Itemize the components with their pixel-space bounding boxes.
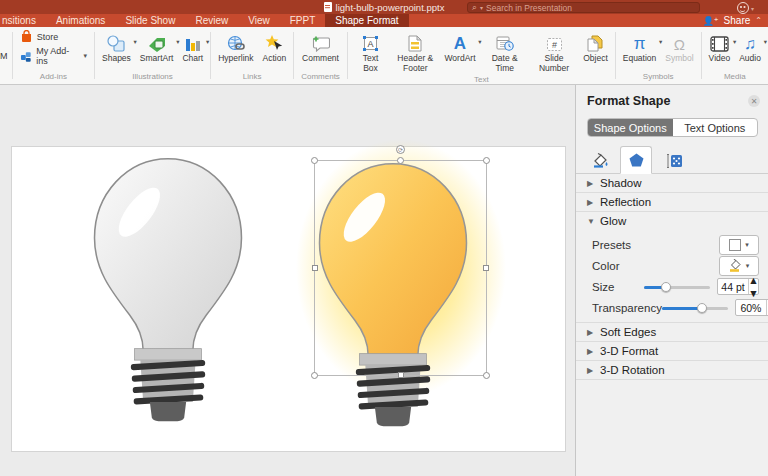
transparency-label: Transparency <box>592 302 662 314</box>
collapse-ribbon-icon[interactable]: ⌃ <box>755 16 762 25</box>
transparency-value-field[interactable]: 60% ▲▼ <box>735 299 768 316</box>
object-label: Object <box>583 54 608 64</box>
object-button[interactable]: Object <box>583 30 608 64</box>
shapes-button[interactable]: ▾ Shapes <box>102 30 131 64</box>
size-slider-thumb[interactable] <box>661 282 671 292</box>
handle-top-center[interactable] <box>397 157 404 164</box>
tab-fppt[interactable]: FPPT <box>280 14 326 27</box>
my-addins-button[interactable]: My Add-ins ▾ <box>20 46 87 66</box>
transparency-slider-thumb[interactable] <box>697 303 707 313</box>
video-label: Video <box>709 54 731 64</box>
section-3d-format[interactable]: ▶ 3-D Format <box>576 341 768 360</box>
audio-caret-icon: ▾ <box>764 38 767 46</box>
group-label-illustrations: Illustrations <box>132 72 172 81</box>
disclosure-icon: ▶ <box>587 347 595 356</box>
section-3d-rotation[interactable]: ▶ 3-D Rotation <box>576 360 768 379</box>
rotation-handle[interactable]: ⟳ <box>396 145 405 154</box>
disclosure-icon: ▶ <box>587 179 595 188</box>
text-box-button[interactable]: A Text Box <box>355 30 386 74</box>
handle-bottom-right[interactable] <box>483 372 490 379</box>
my-addins-icon <box>20 50 33 63</box>
tab-shape-format[interactable]: Shape Format <box>325 14 408 27</box>
slide-number-button[interactable]: # Slide Number <box>534 30 574 74</box>
section-soft-edges[interactable]: ▶ Soft Edges <box>576 322 768 341</box>
wordart-button[interactable]: A ▾ WordArt <box>444 30 475 64</box>
soft-edges-label: Soft Edges <box>600 326 656 338</box>
reflection-label: Reflection <box>600 196 651 208</box>
audio-button[interactable]: ♫ ▾ Audio <box>739 30 761 64</box>
disclosure-icon: ▶ <box>587 328 595 337</box>
date-time-button[interactable]: Date & Time <box>485 30 525 74</box>
svg-text:A: A <box>367 39 373 49</box>
slide-number-label: Slide Number <box>534 54 574 74</box>
chart-label: Chart <box>182 54 203 64</box>
smartart-label: SmartArt <box>140 54 174 64</box>
handle-top-left[interactable] <box>311 157 318 164</box>
group-label-comments: Comments <box>301 72 340 81</box>
tab-review[interactable]: Review <box>185 14 238 27</box>
handle-bottom-center[interactable] <box>398 372 404 378</box>
text-options-tab[interactable]: Text Options <box>673 119 758 136</box>
video-caret-icon: ▾ <box>733 38 736 46</box>
tab-animations[interactable]: Animations <box>46 14 115 27</box>
search-input[interactable]: ⌕ ▾ Search in Presentation <box>467 2 700 13</box>
hyperlink-label: Hyperlink <box>218 54 253 64</box>
comment-button[interactable]: Comment <box>302 30 339 64</box>
glow-transparency-row: Transparency 60% ▲▼ <box>576 297 768 318</box>
search-icon: ⌕ <box>472 3 477 12</box>
tab-slide-show[interactable]: Slide Show <box>115 14 185 27</box>
search-scope-caret-icon[interactable]: ▾ <box>480 4 483 11</box>
size-stepper[interactable]: ▲▼ <box>748 279 758 294</box>
smartart-button[interactable]: ▾ SmartArt <box>140 30 174 64</box>
effects-tab[interactable] <box>620 146 652 174</box>
selection-box[interactable]: ⟳ <box>314 160 487 376</box>
text-box-icon: A <box>362 35 379 52</box>
handle-right-center[interactable] <box>483 265 489 271</box>
shadow-label: Shadow <box>600 177 642 189</box>
handle-left-center[interactable] <box>312 265 318 271</box>
store-button[interactable]: Store <box>20 30 59 43</box>
action-button[interactable]: Action <box>263 30 287 64</box>
stepper-down-icon: ▼ <box>748 287 758 300</box>
equation-button[interactable]: π ▾ Equation <box>623 30 657 64</box>
section-shadow[interactable]: ▶ Shadow <box>576 174 768 192</box>
slide-canvas[interactable]: ⟳ <box>0 85 576 476</box>
svg-text:#: # <box>551 40 556 50</box>
disclosure-icon: ▶ <box>587 198 595 207</box>
share-button[interactable]: 👤⁺ Share ⌃ <box>703 14 762 27</box>
feedback-button[interactable]: ▾ <box>737 2 754 14</box>
size-value-field[interactable]: 44 pt ▲▼ <box>717 278 759 295</box>
glow-presets-row: Presets ▾ <box>576 234 768 255</box>
close-panel-icon[interactable]: ✕ <box>748 95 760 107</box>
chart-caret-icon: ▾ <box>206 38 209 46</box>
handle-top-right[interactable] <box>483 157 490 164</box>
slide[interactable]: ⟳ <box>11 146 566 452</box>
video-button[interactable]: ▾ Video <box>709 30 731 64</box>
light-bulb-off[interactable] <box>86 153 250 425</box>
size-slider[interactable] <box>644 281 710 292</box>
group-label-symbols: Symbols <box>643 72 674 81</box>
section-reflection[interactable]: ▶ Reflection <box>576 192 768 211</box>
glow-color-button[interactable]: ▾ <box>719 256 759 276</box>
tab-transitions-partial[interactable]: nsitions <box>0 14 46 27</box>
glow-presets-button[interactable]: ▾ <box>719 235 759 255</box>
section-end-divider <box>576 379 768 380</box>
hyperlink-button[interactable]: Hyperlink <box>218 30 253 64</box>
ribbon-group-links: Hyperlink Action Links <box>211 27 293 84</box>
size-properties-tab[interactable] <box>662 148 686 174</box>
comment-label: Comment <box>302 54 339 64</box>
size-properties-icon <box>666 153 683 169</box>
section-glow[interactable]: ▼ Glow <box>576 211 768 230</box>
fill-line-tab[interactable] <box>588 148 612 174</box>
panel-title: Format Shape <box>587 94 670 108</box>
share-person-icon: 👤⁺ <box>703 16 719 26</box>
handle-bottom-left[interactable] <box>311 372 318 379</box>
header-footer-button[interactable]: Header & Footer <box>395 30 435 74</box>
transparency-slider[interactable] <box>662 302 728 313</box>
stepper-up-icon: ▲ <box>748 274 758 287</box>
audio-icon: ♫ <box>744 36 756 52</box>
symbol-button[interactable]: Ω Symbol <box>665 30 693 64</box>
shape-options-tab[interactable]: Shape Options <box>588 119 673 136</box>
chart-button[interactable]: ▾ Chart <box>182 30 203 64</box>
tab-view[interactable]: View <box>238 14 280 27</box>
